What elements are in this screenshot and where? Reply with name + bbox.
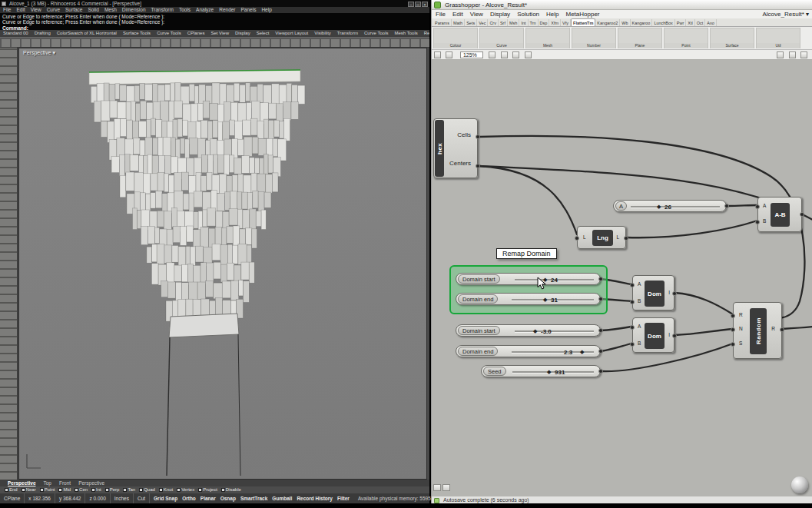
grasshopper-canvas[interactable]: hex Cells Centers A ◆ 26 A-B A B <box>432 60 812 496</box>
toolbar-tab[interactable]: Set View <box>210 31 229 35</box>
slider-knob[interactable]: ◆ <box>580 349 584 355</box>
checkbox-icon[interactable] <box>221 488 225 492</box>
palette-group[interactable]: Colour <box>433 28 478 48</box>
grasshopper-menu-item[interactable]: Edit <box>452 11 463 18</box>
rhino-menu-item[interactable]: Tools <box>179 7 191 12</box>
palette-group-label[interactable]: Point <box>665 43 708 48</box>
osnap-toggle[interactable]: Knot <box>159 487 173 492</box>
rhino-side-toolbar[interactable] <box>0 48 18 480</box>
document-selector[interactable]: Alcove_Result* ▾ <box>763 10 810 18</box>
output-port-r[interactable] <box>780 327 784 332</box>
domain-end-slider[interactable]: Domain end ◆ 31 <box>456 293 601 305</box>
grasshopper-menu-item[interactable]: Help <box>546 11 558 18</box>
checkbox-icon[interactable] <box>22 488 25 492</box>
list-length-component[interactable]: Lng L L <box>577 226 626 249</box>
category-tab[interactable]: Math <box>452 19 465 27</box>
status-toggle[interactable]: Gumball <box>272 496 292 501</box>
category-tab[interactable]: Xtl <box>686 19 694 27</box>
slider-knob[interactable]: ◆ <box>533 328 537 334</box>
input-port-b[interactable] <box>630 300 635 304</box>
osnap-toggle[interactable]: Vertex <box>177 487 194 492</box>
osnap-toggle[interactable]: Cen <box>75 487 88 492</box>
input-port-a[interactable] <box>630 283 635 287</box>
checkbox-icon[interactable] <box>91 488 95 492</box>
toolbar-tab[interactable]: Curve Tools <box>364 31 389 35</box>
toolbar-tab[interactable]: Transform <box>337 31 358 35</box>
osnap-toggle[interactable]: Quad <box>139 487 155 492</box>
palette-icons[interactable] <box>665 28 708 43</box>
category-tab[interactable]: Oct <box>695 19 706 27</box>
grasshopper-menu-item[interactable]: Display <box>490 11 510 18</box>
category-tab[interactable]: Int <box>519 19 528 27</box>
category-tab[interactable]: Vec <box>477 19 488 27</box>
palette-group[interactable]: Curve <box>479 28 524 48</box>
rhino-menu-item[interactable]: Surface <box>65 7 82 12</box>
palette-group-label[interactable]: Curve <box>480 43 523 48</box>
layer-cell[interactable]: Cut <box>134 493 150 503</box>
palette-group[interactable]: Plane <box>618 28 662 48</box>
category-tab[interactable]: Axo <box>705 19 716 27</box>
domain-end-slider-2[interactable]: Domain end 2.3 ◆ <box>456 345 601 357</box>
input-port-l[interactable] <box>575 236 579 241</box>
checkbox-icon[interactable] <box>58 488 62 492</box>
osnap-toggle[interactable]: Point <box>40 487 55 492</box>
osnap-toggle[interactable]: Disable <box>221 487 241 492</box>
palette-group-label[interactable]: Plane <box>618 43 661 48</box>
viewport-tab[interactable]: Front <box>59 480 71 486</box>
cplane-cell[interactable]: CPlane <box>0 493 25 503</box>
viewport-tab[interactable]: Perspective <box>8 480 36 486</box>
checkbox-icon[interactable] <box>75 488 78 492</box>
grasshopper-menu-item[interactable]: File <box>436 11 446 18</box>
osnap-toggle[interactable]: Int <box>91 487 101 492</box>
construct-domain-component-2[interactable]: Dom A B I <box>632 317 674 353</box>
input-port-a[interactable] <box>755 204 760 209</box>
palette-group-label[interactable]: Colour <box>434 43 477 48</box>
markov-widget[interactable] <box>442 484 450 491</box>
eye-icon[interactable] <box>512 51 519 58</box>
rhino-toolbar-icons[interactable] <box>0 37 429 48</box>
number-slider-a[interactable]: A ◆ 26 <box>613 200 727 212</box>
status-toggle[interactable]: Planar <box>201 496 216 501</box>
viewport-tab[interactable]: Top <box>44 480 51 486</box>
palette-icons[interactable] <box>757 28 800 43</box>
rhino-menu-item[interactable]: Mesh <box>104 7 117 12</box>
slider-knob[interactable]: ◆ <box>547 369 551 375</box>
toolbar-tab[interactable]: ColorSwatch of XL Horizontal <box>57 31 117 35</box>
output-port-cells[interactable] <box>476 134 480 139</box>
input-port-a[interactable] <box>630 325 635 330</box>
domain-start-slider[interactable]: Domain start ◆ 24 <box>456 273 601 285</box>
save-icon[interactable] <box>434 51 441 58</box>
toolbar-tab[interactable]: Visibility <box>314 31 331 35</box>
output-port-centers[interactable] <box>476 164 480 168</box>
checkbox-icon[interactable] <box>105 488 109 492</box>
slider-knob[interactable]: ◆ <box>543 297 547 303</box>
palette-group[interactable]: Util <box>756 28 800 48</box>
status-toggle[interactable]: SmartTrack <box>240 496 267 501</box>
slider-knob[interactable]: ◆ <box>657 204 661 210</box>
category-tab[interactable]: Kangaroo2 <box>595 19 620 27</box>
output-port-l[interactable] <box>624 236 628 241</box>
palette-icons[interactable] <box>480 28 523 43</box>
pan-icon[interactable] <box>501 51 508 58</box>
canvas-compass-ball[interactable] <box>791 476 808 493</box>
rhino-viewport[interactable]: Perspective ▾ <box>18 48 427 480</box>
status-toggle[interactable]: Grid Snap <box>154 496 177 501</box>
slider-output-port[interactable] <box>724 204 729 208</box>
palette-icons[interactable] <box>618 28 661 43</box>
rhino-titlebar[interactable]: Alcove_1 (3 MB) - Rhinoceros 4 Commercia… <box>0 0 429 7</box>
status-toggle[interactable]: Record History <box>297 496 333 501</box>
checkbox-icon[interactable] <box>198 488 202 492</box>
toolbar-tab[interactable]: Drafting <box>35 31 51 35</box>
osnap-toggle[interactable]: Tan <box>123 487 135 492</box>
viewport-title[interactable]: Perspective ▾ <box>23 50 55 56</box>
slider-output-port[interactable] <box>598 297 603 301</box>
slider-output-port[interactable] <box>598 328 603 333</box>
checkbox-icon[interactable] <box>40 488 44 492</box>
input-port-b[interactable] <box>630 342 635 347</box>
category-tab[interactable]: LunchBox <box>652 19 674 27</box>
toolbar-tab[interactable]: Mesh Tools <box>395 31 418 35</box>
output-port-i[interactable] <box>672 334 677 338</box>
output-port-i[interactable] <box>672 291 677 296</box>
category-tab[interactable]: Wb <box>620 19 630 27</box>
toolbar-tab[interactable]: Select <box>257 31 270 35</box>
